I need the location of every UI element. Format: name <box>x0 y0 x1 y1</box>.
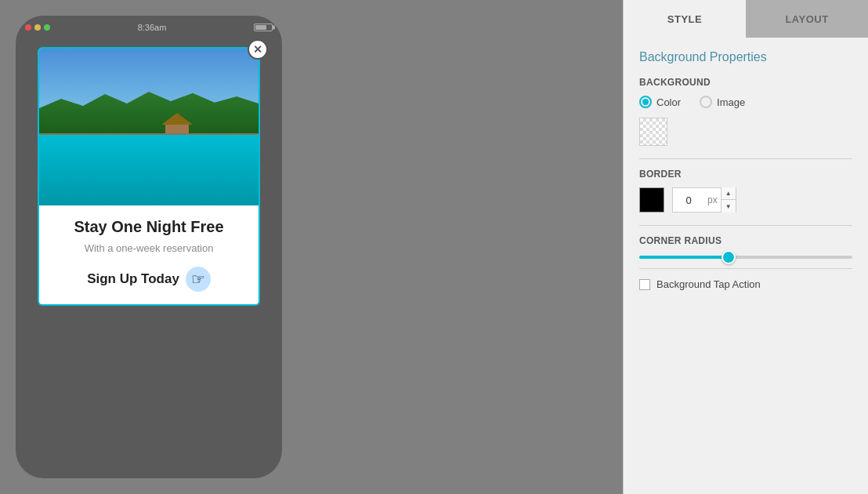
modal-cta-text: Sign Up Today <box>87 271 179 287</box>
border-value-input[interactable] <box>673 194 704 206</box>
tab-layout[interactable]: LAYOUT <box>746 0 868 38</box>
border-label: Border <box>639 169 852 180</box>
color-radio-inner <box>642 99 649 105</box>
modal-image <box>39 49 259 205</box>
divider-1 <box>639 158 852 159</box>
divider-2 <box>639 225 852 226</box>
tab-bar: STYLE LAYOUT <box>624 0 868 38</box>
corner-radius-label: Corner Radius <box>639 235 852 246</box>
color-radio-label: Color <box>656 96 681 108</box>
border-stepper: ▲ ▼ <box>721 187 736 212</box>
phone-content: ✕ Stay One Ni <box>31 39 266 478</box>
image-radio-option[interactable]: Image <box>700 96 745 108</box>
border-unit: px <box>704 194 721 205</box>
background-tap-action-row: Background Tap Action <box>639 278 852 290</box>
phone-battery <box>254 24 273 31</box>
background-tap-action-checkbox[interactable] <box>639 279 650 290</box>
dot-green <box>44 24 50 31</box>
radio-group: Color Image <box>639 96 852 108</box>
modal-cta[interactable]: Sign Up Today ☞ <box>49 267 249 292</box>
color-radio-option[interactable]: Color <box>639 96 681 108</box>
pool-water <box>39 135 259 205</box>
section-title: Background Properties <box>639 50 852 64</box>
phone-time: 8:36am <box>138 23 167 32</box>
slider-container <box>639 256 852 259</box>
phone-status-bar: 8:36am <box>16 16 282 39</box>
phone-mockup: 8:36am ✕ <box>16 16 282 478</box>
background-color-swatch[interactable] <box>639 118 667 146</box>
cursor-icon: ☞ <box>186 267 211 292</box>
border-stepper-down[interactable]: ▼ <box>722 200 736 212</box>
corner-radius-section: Corner Radius <box>639 235 852 259</box>
image-radio-label: Image <box>717 96 745 108</box>
hut-roof <box>161 113 193 125</box>
border-input-group: px ▲ ▼ <box>672 187 736 212</box>
modal-body: Stay One Night Free With a one-week rese… <box>39 205 259 304</box>
dot-yellow <box>34 24 41 31</box>
modal-subtitle: With a one-week reservation <box>49 242 249 254</box>
tab-style[interactable]: STYLE <box>624 0 746 38</box>
right-panel: STYLE LAYOUT Background Properties Backg… <box>623 0 868 494</box>
phone-dots <box>25 24 50 31</box>
border-stepper-up[interactable]: ▲ <box>722 187 736 200</box>
canvas-area: 8:36am ✕ <box>0 0 623 494</box>
dot-red <box>25 24 31 31</box>
background-tap-action-label: Background Tap Action <box>656 278 761 290</box>
pool-scene <box>39 49 259 205</box>
modal-card: ✕ Stay One Ni <box>38 47 260 306</box>
divider-3 <box>639 268 852 269</box>
border-row: px ▲ ▼ <box>639 187 852 212</box>
phone-battery-fill <box>255 25 266 30</box>
modal-close-button[interactable]: ✕ <box>248 39 268 60</box>
color-radio-circle[interactable] <box>639 96 652 108</box>
properties-panel: Background Properties Background Color I… <box>624 38 868 494</box>
background-label: Background <box>639 77 852 88</box>
image-radio-circle[interactable] <box>700 96 712 108</box>
modal-title: Stay One Night Free <box>49 218 249 236</box>
border-color-swatch[interactable] <box>639 187 664 212</box>
